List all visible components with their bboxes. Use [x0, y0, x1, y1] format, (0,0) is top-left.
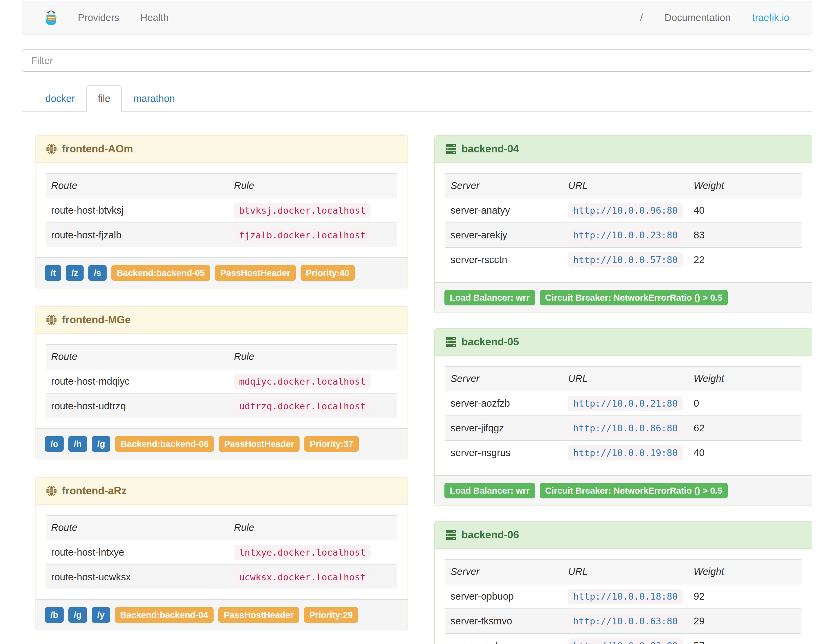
server-url-link[interactable]: http://10.0.0.23:80 [568, 228, 683, 243]
globe-icon [46, 314, 57, 326]
provider-tab[interactable]: docker [34, 85, 86, 112]
column-server: Server [445, 173, 562, 198]
server-row: server-arekjy http://10.0.0.23:80 83 [445, 223, 802, 248]
globe-icon [46, 485, 57, 497]
routes-table: Route Rule route-host-mdqiyc mdqiyc.dock… [46, 344, 398, 418]
server-url-link[interactable]: http://10.0.0.19:80 [568, 445, 683, 461]
server-url-cell: http://10.0.0.86:80 [562, 416, 688, 440]
frontend-title: frontend-aRz [62, 485, 127, 497]
column-weight: Weight [688, 366, 802, 391]
server-row: server-updomo http://10.0.0.83:80 57 [445, 634, 802, 644]
column-url: URL [562, 559, 688, 584]
route-row: route-host-btvksj btvksj.docker.localhos… [46, 198, 398, 223]
route-path-badge: /b [45, 607, 64, 623]
servers-header-row: Server URL Weight [445, 173, 802, 198]
route-row: route-host-ucwksx ucwksx.docker.localhos… [46, 565, 398, 589]
column-weight: Weight [688, 559, 802, 584]
route-path-badge: /g [92, 436, 110, 452]
server-url-link[interactable]: http://10.0.0.86:80 [568, 421, 683, 436]
server-row: server-tksmvo http://10.0.0.63:80 29 [445, 609, 802, 634]
frontend-config-badge: Backend:backend-04 [115, 607, 213, 623]
nav-providers[interactable]: Providers [78, 12, 120, 23]
traefik-logo-icon[interactable] [44, 10, 58, 26]
server-row: server-anatyy http://10.0.0.96:80 40 [445, 198, 802, 223]
server-weight: 62 [688, 416, 802, 440]
route-rule-cell: btvksj.docker.localhost [228, 198, 398, 223]
backend-title: backend-06 [461, 529, 519, 541]
nav-health[interactable]: Health [141, 12, 169, 23]
nav-documentation[interactable]: Documentation [664, 12, 731, 23]
rule-code: btvksj.docker.localhost [234, 203, 371, 218]
route-rule-cell: ucwksx.docker.localhost [228, 565, 398, 589]
column-url: URL [562, 173, 688, 198]
route-name: route-host-btvksj [46, 198, 228, 223]
rule-code: udtrzq.docker.localhost [234, 398, 371, 414]
server-url-cell: http://10.0.0.19:80 [562, 440, 688, 465]
route-name: route-host-mdqiyc [46, 369, 228, 394]
server-weight: 57 [688, 634, 802, 644]
server-row: server-rscctn http://10.0.0.57:80 22 [445, 248, 802, 272]
route-rule-cell: mdqiyc.docker.localhost [228, 369, 398, 394]
server-url-link[interactable]: http://10.0.0.96:80 [568, 203, 683, 218]
backends-column: backend-04 Server URL Weight [434, 135, 812, 644]
route-name: route-host-udtrzq [46, 394, 228, 418]
backend-panel-footer: Load Balancer: wrr Circuit Breaker: Netw… [435, 475, 812, 505]
server-weight: 22 [688, 248, 802, 272]
server-url-link[interactable]: http://10.0.0.21:80 [568, 396, 683, 411]
rule-code: mdqiyc.docker.localhost [234, 374, 371, 389]
frontend-title: frontend-AOm [62, 143, 133, 155]
rule-code: lntxye.docker.localhost [234, 545, 371, 560]
route-rule-cell: fjzalb.docker.localhost [228, 223, 398, 247]
backend-config-badge: Circuit Breaker: NetworkErrorRatio () > … [540, 290, 728, 306]
frontend-panel-footer: /t /z /s Backend:backend-05 PassHostHead… [36, 257, 407, 288]
rule-code: ucwksx.docker.localhost [234, 570, 371, 585]
column-rule: Rule [228, 515, 398, 540]
frontend-panel-header: frontend-aRz [36, 478, 407, 505]
server-stack-icon [445, 529, 457, 540]
backend-panel: backend-05 Server URL Weight [434, 328, 812, 506]
server-url-link[interactable]: http://10.0.0.63:80 [568, 613, 683, 629]
routes-table: Route Rule route-host-btvksj btvksj.dock… [46, 173, 398, 247]
frontend-panel-header: frontend-AOm [36, 136, 407, 163]
column-url: URL [562, 366, 688, 391]
nav-slash[interactable]: / [640, 12, 643, 23]
frontend-panel-body: Route Rule route-host-lntxye lntxye.dock… [36, 505, 407, 599]
server-weight: 29 [688, 609, 802, 634]
server-url-cell: http://10.0.0.63:80 [562, 609, 688, 634]
nav-traefik-io[interactable]: traefik.io [752, 12, 789, 23]
server-weight: 92 [688, 584, 802, 609]
backend-panel-body: Server URL Weight server-anatyy http://1… [435, 163, 812, 282]
route-rule-cell: lntxye.docker.localhost [228, 540, 398, 565]
server-name: server-opbuop [445, 584, 562, 609]
frontends-column: frontend-AOm Route Rule [35, 135, 408, 644]
frontend-config-badge: Priority:40 [301, 265, 355, 281]
server-url-link[interactable]: http://10.0.0.18:80 [568, 589, 683, 604]
backend-panel-header: backend-05 [435, 329, 812, 356]
frontend-panel-body: Route Rule route-host-mdqiyc mdqiyc.dock… [36, 334, 407, 428]
navbar: Providers Health / Documentation traefik… [22, 1, 812, 34]
route-row: route-host-fjzalb fjzalb.docker.localhos… [46, 223, 398, 247]
frontend-config-badge: Backend:backend-06 [115, 436, 214, 452]
column-server: Server [445, 366, 562, 391]
provider-tab[interactable]: file [86, 85, 122, 112]
backend-panel: backend-04 Server URL Weight [434, 135, 812, 313]
server-url-cell: http://10.0.0.83:80 [562, 634, 688, 644]
server-name: server-updomo [445, 634, 562, 644]
frontend-panel: frontend-aRz Route Rule [35, 477, 408, 631]
route-path-badge: /o [45, 436, 64, 452]
server-url-link[interactable]: http://10.0.0.57:80 [568, 252, 683, 267]
globe-icon [46, 143, 57, 155]
routes-header-row: Route Rule [46, 173, 398, 198]
server-name: server-tksmvo [445, 609, 562, 634]
server-url-link[interactable]: http://10.0.0.83:80 [568, 638, 683, 644]
filter-input[interactable] [22, 49, 812, 72]
frontend-config-badge: Priority:37 [304, 436, 359, 452]
routes-table: Route Rule route-host-lntxye lntxye.dock… [46, 515, 398, 589]
backend-config-badge: Load Balancer: wrr [444, 290, 535, 306]
server-stack-icon [445, 144, 457, 154]
provider-tab[interactable]: marathon [122, 85, 186, 112]
servers-table: Server URL Weight server-opbuop http://1… [445, 559, 802, 644]
content-columns: frontend-AOm Route Rule [22, 112, 812, 644]
server-url-cell: http://10.0.0.57:80 [562, 248, 688, 272]
column-weight: Weight [688, 173, 802, 198]
